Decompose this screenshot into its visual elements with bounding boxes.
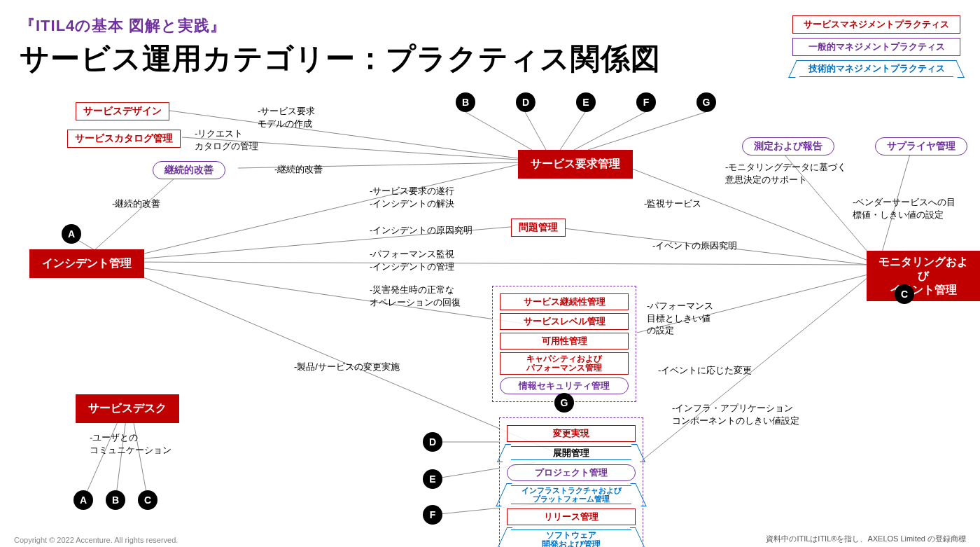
node-service-design: サービスデザイン [76,102,169,120]
node-incident-mgmt: インシデント管理 [29,249,144,278]
node-measurement-reporting: 測定および報告 [742,137,834,155]
label-user-comm: -ユーザとの コミュニケーション [90,431,172,456]
label-svc-req-model: -サービス要求 モデルの作成 [258,105,315,130]
group-def-release: リリース管理 [507,508,636,525]
label-req-catalog: -リクエスト カタログの管理 [195,127,258,152]
group-def: 変更実現 展開管理 プロジェクト管理 インフラストラクチャおよびプラットフォーム… [499,417,643,547]
legend-general-mgmt: 一般的マネジメントプラクティス [792,38,960,56]
footer-copyright: Copyright © 2022 Accenture. All rights r… [14,536,178,544]
label-mon-svc: -監視サービス [644,198,701,210]
group-g-capacity-perf: キャパシティおよびパフォーマンス管理 [500,352,629,375]
node-supplier-mgmt: サプライヤ管理 [875,137,967,155]
group-g-availability: 可用性管理 [500,333,629,349]
slide-subtitle: 『ITIL4の基本 図解と実践』 [20,15,226,36]
legend-service-mgmt: サービスマネジメントプラクティス [792,15,960,34]
circle-G-top: G [696,92,716,112]
circle-B-top: B [456,92,475,112]
group-def-software: ソフトウェア開発および管理 [511,529,631,547]
circle-D-top: D [516,92,536,112]
label-evt-cause: -イベントの原因究明 [652,240,737,252]
footer-trademark: 資料中のITILはITIL®を指し、AXELOS Limited の登録商標 [766,534,966,544]
svg-line-4 [120,262,868,265]
svg-line-10 [465,112,532,150]
legend: サービスマネジメントプラクティス 一般的マネジメントプラクティス 技術的マネジメ… [792,15,960,81]
label-infra-thresh: -インフラ・アプリケーション コンポーネントのしきい値設定 [672,402,799,427]
circle-C-desk: C [138,490,158,510]
circle-E-group: E [423,469,442,489]
label-svc-req-exec: -サービス要求の遂行 -インシデントの解決 [370,185,454,209]
label-mon-decision: -モニタリングデータに基づく 意思決定のサポート [725,161,846,186]
node-continual-improvement: 継続的改善 [153,161,225,179]
legend-technical-mgmt: 技術的マネジメントプラクティス [808,63,945,74]
node-service-desk: サービスデスク [76,394,179,423]
label-inc-cause: -インシデントの原因究明 [370,224,472,237]
node-service-catalog-mgmt: サービスカタログ管理 [67,130,181,148]
group-def-infra: インフラストラクチャおよびプラットフォーム管理 [511,485,631,504]
circle-A-desk: A [74,490,93,510]
label-evt-change: -イベントに応じた変更 [658,364,752,377]
group-def-project: プロジェクト管理 [507,464,636,481]
circle-D-group: D [423,432,442,452]
group-g-svc-continuity: サービス継続性管理 [500,293,629,310]
label-perf-target: -パフォーマンス 目標としきい値 の設定 [647,300,713,337]
node-service-request-mgmt: サービス要求管理 [518,150,633,179]
label-prod-change: -製品/サービスの変更実施 [294,361,400,373]
node-problem-mgmt: 問題管理 [511,219,566,237]
label-cont-improve: -継続的改善 [274,163,323,176]
group-g-svc-level: サービスレベル管理 [500,313,629,330]
circle-B-desk: B [106,490,125,510]
label-disaster: -災害発生時の正常な オペレーションの回復 [370,284,461,308]
circle-F-group: F [423,505,442,525]
slide-title: サービス運用カテゴリー：プラクティス関係図 [20,39,661,78]
group-def-change: 変更実現 [507,425,636,442]
circle-C-monitoring: C [895,284,914,304]
circle-F-top: F [636,92,656,112]
group-g-infosec: 情報セキュリティ管理 [500,378,629,394]
svg-line-13 [574,112,645,150]
diagram-connectors [0,0,980,547]
group-def-deploy: 展開管理 [511,446,631,460]
circle-A-incident: A [62,224,81,244]
label-perf-mon: -パフォーマンス監視 -インシデントの管理 [370,248,454,272]
node-monitoring-event-mgmt: モニタリングおよびイベント管理 [867,251,980,301]
svg-line-11 [525,112,546,150]
svg-line-14 [588,112,706,150]
group-g: サービス継続性管理 サービスレベル管理 可用性管理 キャパシティおよびパフォーマ… [492,286,636,402]
circle-E-top: E [576,92,596,112]
circle-G-group: G [554,393,574,413]
svg-line-12 [560,112,585,150]
svg-line-1 [94,172,182,250]
label-cont-improve2: -継続的改善 [112,198,160,210]
label-vendor: -ベンダーサービスへの目 標値・しきい値の設定 [853,196,955,221]
